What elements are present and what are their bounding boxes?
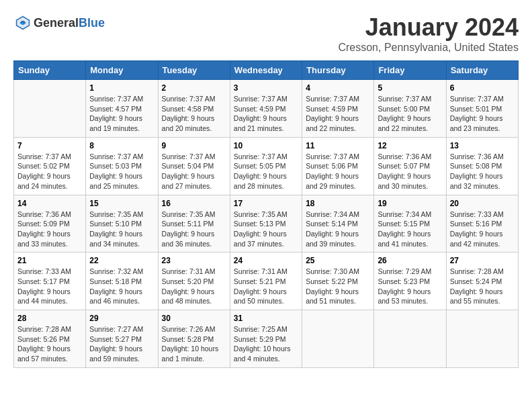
logo-blue: Blue bbox=[79, 16, 105, 30]
day-info: Sunrise: 7:37 AM Sunset: 4:59 PM Dayligh… bbox=[234, 94, 298, 134]
calendar-cell: 11Sunrise: 7:37 AM Sunset: 5:06 PM Dayli… bbox=[302, 137, 374, 195]
day-info: Sunrise: 7:33 AM Sunset: 5:16 PM Dayligh… bbox=[450, 210, 515, 249]
day-info: Sunrise: 7:35 AM Sunset: 5:10 PM Dayligh… bbox=[89, 210, 154, 249]
day-info: Sunrise: 7:36 AM Sunset: 5:07 PM Dayligh… bbox=[378, 152, 442, 191]
day-number: 8 bbox=[89, 141, 154, 150]
day-number: 2 bbox=[162, 83, 226, 93]
calendar-cell: 12Sunrise: 7:36 AM Sunset: 5:07 PM Dayli… bbox=[374, 137, 446, 195]
day-number: 20 bbox=[450, 199, 515, 208]
day-number: 3 bbox=[234, 83, 298, 93]
day-number: 12 bbox=[378, 141, 442, 150]
day-info: Sunrise: 7:29 AM Sunset: 5:23 PM Dayligh… bbox=[378, 267, 442, 306]
day-info: Sunrise: 7:27 AM Sunset: 5:27 PM Dayligh… bbox=[89, 324, 154, 364]
calendar-cell: 16Sunrise: 7:35 AM Sunset: 5:11 PM Dayli… bbox=[158, 195, 230, 253]
calendar-cell: 21Sunrise: 7:33 AM Sunset: 5:17 PM Dayli… bbox=[14, 253, 86, 310]
logo-icon bbox=[13, 13, 32, 32]
day-number: 22 bbox=[89, 256, 154, 265]
day-number: 28 bbox=[17, 314, 82, 323]
day-number: 14 bbox=[17, 199, 82, 208]
day-number: 17 bbox=[234, 199, 298, 208]
calendar-cell: 30Sunrise: 7:26 AM Sunset: 5:28 PM Dayli… bbox=[158, 310, 230, 368]
calendar-cell: 28Sunrise: 7:28 AM Sunset: 5:26 PM Dayli… bbox=[14, 310, 86, 368]
calendar-cell bbox=[302, 310, 374, 368]
day-info: Sunrise: 7:25 AM Sunset: 5:29 PM Dayligh… bbox=[234, 324, 298, 364]
calendar-cell: 25Sunrise: 7:30 AM Sunset: 5:22 PM Dayli… bbox=[302, 253, 374, 310]
day-number: 24 bbox=[234, 256, 298, 265]
calendar-cell: 9Sunrise: 7:37 AM Sunset: 5:04 PM Daylig… bbox=[158, 137, 230, 195]
day-info: Sunrise: 7:37 AM Sunset: 4:59 PM Dayligh… bbox=[306, 94, 370, 134]
logo-text: GeneralBlue bbox=[34, 16, 105, 30]
day-info: Sunrise: 7:34 AM Sunset: 5:15 PM Dayligh… bbox=[378, 210, 442, 249]
weekday-header-thursday: Thursday bbox=[302, 61, 374, 80]
day-number: 7 bbox=[17, 141, 82, 150]
calendar-cell: 7Sunrise: 7:37 AM Sunset: 5:02 PM Daylig… bbox=[14, 137, 86, 195]
day-info: Sunrise: 7:37 AM Sunset: 5:05 PM Dayligh… bbox=[234, 152, 298, 191]
calendar-cell: 31Sunrise: 7:25 AM Sunset: 5:29 PM Dayli… bbox=[230, 310, 302, 368]
day-number: 1 bbox=[89, 83, 154, 93]
day-number: 21 bbox=[17, 256, 82, 265]
day-number: 29 bbox=[89, 314, 154, 323]
day-number: 25 bbox=[306, 256, 370, 265]
day-info: Sunrise: 7:26 AM Sunset: 5:28 PM Dayligh… bbox=[162, 324, 226, 364]
calendar-cell: 20Sunrise: 7:33 AM Sunset: 5:16 PM Dayli… bbox=[446, 195, 518, 253]
day-info: Sunrise: 7:33 AM Sunset: 5:17 PM Dayligh… bbox=[17, 267, 82, 306]
calendar-cell: 22Sunrise: 7:32 AM Sunset: 5:18 PM Dayli… bbox=[86, 253, 158, 310]
calendar-cell bbox=[446, 310, 518, 368]
title-block: January 2024 Cresson, Pennsylvania, Unit… bbox=[338, 13, 519, 54]
calendar-cell: 17Sunrise: 7:35 AM Sunset: 5:13 PM Dayli… bbox=[230, 195, 302, 253]
calendar-cell: 18Sunrise: 7:34 AM Sunset: 5:14 PM Dayli… bbox=[302, 195, 374, 253]
calendar-cell: 8Sunrise: 7:37 AM Sunset: 5:03 PM Daylig… bbox=[86, 137, 158, 195]
day-number: 4 bbox=[306, 83, 370, 93]
calendar-cell: 29Sunrise: 7:27 AM Sunset: 5:27 PM Dayli… bbox=[86, 310, 158, 368]
weekday-header-monday: Monday bbox=[86, 61, 158, 80]
logo-general: General bbox=[34, 16, 79, 30]
day-info: Sunrise: 7:37 AM Sunset: 5:02 PM Dayligh… bbox=[17, 152, 82, 191]
day-info: Sunrise: 7:36 AM Sunset: 5:09 PM Dayligh… bbox=[17, 210, 82, 249]
day-info: Sunrise: 7:28 AM Sunset: 5:24 PM Dayligh… bbox=[450, 267, 515, 306]
day-info: Sunrise: 7:37 AM Sunset: 5:06 PM Dayligh… bbox=[306, 152, 370, 191]
weekday-header-saturday: Saturday bbox=[446, 61, 518, 80]
day-number: 15 bbox=[89, 199, 154, 208]
calendar-cell: 2Sunrise: 7:37 AM Sunset: 4:58 PM Daylig… bbox=[158, 80, 230, 138]
calendar-cell: 26Sunrise: 7:29 AM Sunset: 5:23 PM Dayli… bbox=[374, 253, 446, 310]
day-number: 11 bbox=[306, 141, 370, 150]
day-info: Sunrise: 7:30 AM Sunset: 5:22 PM Dayligh… bbox=[306, 267, 370, 306]
subtitle: Cresson, Pennsylvania, United States bbox=[338, 42, 519, 54]
day-info: Sunrise: 7:37 AM Sunset: 4:57 PM Dayligh… bbox=[89, 94, 154, 134]
weekday-header-row: SundayMondayTuesdayWednesdayThursdayFrid… bbox=[14, 61, 519, 80]
day-number: 9 bbox=[162, 141, 226, 150]
day-info: Sunrise: 7:35 AM Sunset: 5:11 PM Dayligh… bbox=[162, 210, 226, 249]
calendar-cell: 10Sunrise: 7:37 AM Sunset: 5:05 PM Dayli… bbox=[230, 137, 302, 195]
calendar-table: SundayMondayTuesdayWednesdayThursdayFrid… bbox=[13, 60, 519, 368]
day-info: Sunrise: 7:37 AM Sunset: 5:04 PM Dayligh… bbox=[162, 152, 226, 191]
weekday-header-tuesday: Tuesday bbox=[158, 61, 230, 80]
calendar-cell: 24Sunrise: 7:31 AM Sunset: 5:21 PM Dayli… bbox=[230, 253, 302, 310]
day-number: 5 bbox=[378, 83, 442, 93]
day-number: 30 bbox=[162, 314, 226, 323]
day-info: Sunrise: 7:35 AM Sunset: 5:13 PM Dayligh… bbox=[234, 210, 298, 249]
calendar-week-2: 7Sunrise: 7:37 AM Sunset: 5:02 PM Daylig… bbox=[14, 137, 519, 195]
day-info: Sunrise: 7:37 AM Sunset: 5:03 PM Dayligh… bbox=[89, 152, 154, 191]
day-info: Sunrise: 7:32 AM Sunset: 5:18 PM Dayligh… bbox=[89, 267, 154, 306]
day-number: 19 bbox=[378, 199, 442, 208]
day-info: Sunrise: 7:36 AM Sunset: 5:08 PM Dayligh… bbox=[450, 152, 515, 191]
day-number: 13 bbox=[450, 141, 515, 150]
weekday-header-friday: Friday bbox=[374, 61, 446, 80]
day-number: 10 bbox=[234, 141, 298, 150]
calendar-cell: 4Sunrise: 7:37 AM Sunset: 4:59 PM Daylig… bbox=[302, 80, 374, 138]
calendar-week-3: 14Sunrise: 7:36 AM Sunset: 5:09 PM Dayli… bbox=[14, 195, 519, 253]
day-number: 23 bbox=[162, 256, 226, 265]
day-info: Sunrise: 7:28 AM Sunset: 5:26 PM Dayligh… bbox=[17, 324, 82, 364]
weekday-header-wednesday: Wednesday bbox=[230, 61, 302, 80]
calendar-week-5: 28Sunrise: 7:28 AM Sunset: 5:26 PM Dayli… bbox=[14, 310, 519, 368]
calendar-cell: 23Sunrise: 7:31 AM Sunset: 5:20 PM Dayli… bbox=[158, 253, 230, 310]
calendar-cell: 6Sunrise: 7:37 AM Sunset: 5:01 PM Daylig… bbox=[446, 80, 518, 138]
day-info: Sunrise: 7:34 AM Sunset: 5:14 PM Dayligh… bbox=[306, 210, 370, 249]
calendar-cell: 27Sunrise: 7:28 AM Sunset: 5:24 PM Dayli… bbox=[446, 253, 518, 310]
calendar-cell: 15Sunrise: 7:35 AM Sunset: 5:10 PM Dayli… bbox=[86, 195, 158, 253]
weekday-header-sunday: Sunday bbox=[14, 61, 86, 80]
day-number: 31 bbox=[234, 314, 298, 323]
calendar-cell: 5Sunrise: 7:37 AM Sunset: 5:00 PM Daylig… bbox=[374, 80, 446, 138]
calendar-cell: 14Sunrise: 7:36 AM Sunset: 5:09 PM Dayli… bbox=[14, 195, 86, 253]
day-info: Sunrise: 7:37 AM Sunset: 5:01 PM Dayligh… bbox=[450, 94, 515, 134]
